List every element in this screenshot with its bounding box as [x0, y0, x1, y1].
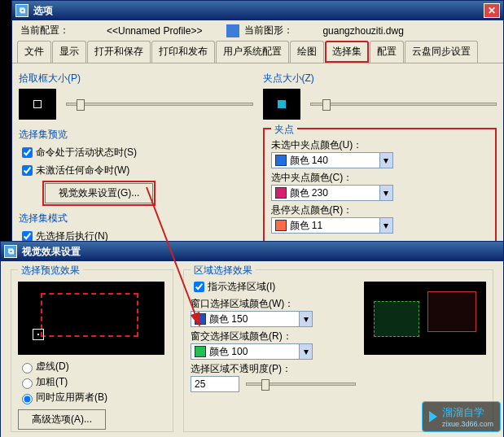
tab-opensave[interactable]: 打开和保存 — [87, 41, 151, 63]
app-icon: ⧉ — [4, 245, 17, 258]
selmode-title: 选择集模式 — [19, 212, 253, 225]
chevron-down-icon: ▾ — [299, 344, 312, 359]
opacity-slider[interactable] — [246, 382, 356, 386]
unselected-grip-label: 未选中夹点颜色(U)： — [271, 138, 489, 152]
watermark-url: zixue.3d66.com — [442, 420, 493, 428]
opacity-label: 选择区域不透明度(P)： — [191, 362, 356, 376]
crossing-area-color[interactable]: 颜色 100 ▾ — [191, 343, 313, 360]
radio-dash[interactable]: 虚线(D) — [18, 360, 166, 374]
chevron-down-icon: ▾ — [299, 312, 312, 326]
drawing-icon — [226, 24, 239, 37]
pickbox-preview — [19, 89, 56, 120]
tab-plot[interactable]: 打印和发布 — [151, 41, 215, 63]
window-area-color[interactable]: 颜色 150 ▾ — [191, 311, 313, 327]
tab-drafting[interactable]: 绘图 — [290, 41, 324, 63]
radio-thick[interactable]: 加粗(T) — [18, 375, 166, 389]
area-select-title: 区域选择效果 — [191, 264, 256, 277]
pickbox-slider[interactable] — [66, 103, 253, 106]
pickbox-title: 拾取框大小(P) — [19, 72, 253, 85]
selected-grip-label: 选中夹点颜色(C)： — [271, 171, 489, 185]
unselected-grip-color[interactable]: 颜色 140 ▾ — [271, 152, 393, 168]
chk-active-cmd[interactable]: 命令处于活动状态时(S) — [19, 145, 253, 160]
chk-no-cmd[interactable]: 未激活任何命令时(W) — [19, 163, 253, 178]
tab-strip: 文件 显示 打开和保存 打印和发布 用户系统配置 绘图 选择集 配置 云盘同步设… — [12, 41, 503, 63]
tab-display[interactable]: 显示 — [52, 41, 86, 63]
tab-selection[interactable]: 选择集 — [325, 41, 369, 63]
tab-cloud[interactable]: 云盘同步设置 — [405, 41, 478, 63]
visualfx-title: 视觉效果设置 — [22, 245, 81, 259]
watermark-logo: 溜溜自学 zixue.3d66.com — [422, 401, 501, 432]
hover-grip-color[interactable]: 颜色 11 ▾ — [271, 217, 393, 234]
crossing-area-color-label: 窗交选择区域颜色(R)： — [191, 330, 356, 343]
selected-grip-color[interactable]: 颜色 230 ▾ — [271, 185, 393, 201]
chk-indicate-area[interactable]: 指示选择区域(I) — [191, 279, 356, 295]
visualfx-titlebar: ⧉ 视觉效果设置 — [1, 242, 503, 261]
watermark-brand: 溜溜自学 — [442, 405, 493, 420]
gripsize-slider[interactable] — [310, 103, 497, 106]
advanced-options-button[interactable]: 高级选项(A)... — [18, 409, 106, 430]
sel-preview-effect-box — [18, 282, 164, 355]
chevron-down-icon: ▾ — [379, 186, 392, 200]
gripsize-title: 夹点大小(Z) — [263, 72, 497, 85]
current-drawing-value: guangzhouziti.dwg — [322, 25, 403, 37]
close-button[interactable]: ✕ — [484, 3, 500, 18]
chevron-down-icon: ▾ — [379, 218, 392, 233]
area-preview-box — [364, 282, 486, 355]
gripsize-preview — [263, 89, 300, 120]
current-drawing-label: 当前图形： — [244, 24, 293, 37]
grip-group-title: 夹点 — [271, 123, 297, 137]
chevron-down-icon: ▾ — [379, 153, 392, 168]
current-profile-label: 当前配置： — [20, 24, 69, 37]
app-icon: ⧉ — [15, 4, 28, 17]
opacity-input[interactable]: 25 — [191, 376, 239, 392]
tab-file[interactable]: 文件 — [17, 41, 51, 63]
current-profile-value: <<Unnamed Profile>> — [107, 25, 202, 37]
visual-effect-button[interactable]: 视觉效果设置(G)... — [45, 183, 153, 203]
options-titlebar: ⧉ 选项 ✕ — [12, 1, 503, 20]
hover-grip-label: 悬停夹点颜色(R)： — [271, 203, 489, 217]
selpreview-title: 选择集预览 — [19, 128, 253, 142]
sel-preview-effect-title: 选择预览效果 — [18, 264, 83, 277]
tab-userpref[interactable]: 用户系统配置 — [216, 41, 289, 63]
play-icon — [429, 411, 437, 422]
tab-profiles[interactable]: 配置 — [370, 41, 404, 63]
window-area-color-label: 窗口选择区域颜色(W)： — [191, 297, 356, 311]
radio-both[interactable]: 同时应用两者(B) — [18, 391, 166, 404]
options-title: 选项 — [33, 4, 53, 18]
